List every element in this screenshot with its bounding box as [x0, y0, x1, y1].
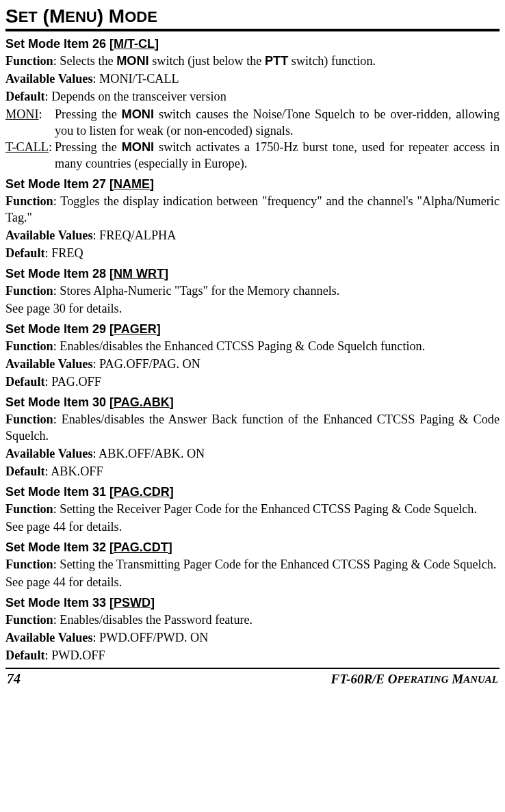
heading-code: NM WRT: [114, 267, 164, 280]
heading-text: ]: [168, 540, 172, 554]
label-function: Function: [5, 339, 53, 353]
see-page: See page 30 for details.: [5, 300, 500, 317]
text: : Enables/disables the Password feature.: [53, 613, 252, 627]
label-function: Function: [5, 502, 53, 516]
moni-row-text: Pressing the MONI switch causes the Nois…: [55, 106, 500, 139]
text: : Enables/disables the Enhanced CTCSS Pa…: [53, 339, 426, 353]
heading-text: Set Mode Item 31 [: [5, 485, 114, 499]
text: switch) function.: [288, 54, 376, 68]
heading-text: Set Mode Item 29 [: [5, 322, 114, 336]
heading-text: Set Mode Item 26 [: [5, 37, 114, 51]
text: : Depends on the transceiver version: [45, 90, 226, 103]
text: : Enables/disables the Answer Back funct…: [5, 412, 500, 443]
moni-switch: MONI: [122, 140, 155, 154]
title-part: ODE: [125, 8, 157, 25]
text: Pressing the: [55, 107, 122, 121]
manual-name: FT-60R/E OPERATING MANUAL: [331, 672, 498, 687]
label-available: Available Values: [5, 228, 93, 242]
title-part: (: [38, 5, 49, 27]
title-part: M: [109, 5, 125, 27]
moni-switch: MONI: [116, 54, 149, 68]
heading-text: Set Mode Item 30 [: [5, 395, 114, 409]
text: : FREQ: [45, 246, 83, 260]
section-body-32: Function: Setting the Transmitting Pager…: [5, 556, 500, 590]
section-heading-32: Set Mode Item 32 [PAG.CDT]: [5, 540, 500, 555]
document-page: SET (MENU) MODE Set Mode Item 26 [M/T-CL…: [0, 0, 505, 691]
section-body-29: Function: Enables/disables the Enhanced …: [5, 338, 500, 390]
label-default: Default: [5, 649, 45, 662]
text: : PWD.OFF: [45, 649, 105, 662]
label-available: Available Values: [5, 447, 93, 460]
label-function: Function: [5, 284, 53, 298]
text: Pressing the: [55, 140, 122, 154]
moni-switch: MONI: [122, 107, 155, 121]
tcall-row-text: Pressing the MONI switch activates a 175…: [55, 139, 500, 172]
heading-code: PAGER: [114, 322, 157, 336]
text: : Setting the Transmitting Pager Code fo…: [53, 558, 497, 571]
heading-text: ]: [157, 322, 161, 336]
page-title: SET (MENU) MODE: [5, 5, 500, 27]
text: : PAG.OFF: [45, 375, 101, 389]
title-part: ENU: [65, 8, 96, 25]
see-page: See page 44 for details.: [5, 574, 500, 590]
label-function: Function: [5, 54, 53, 68]
ptt-switch: PTT: [265, 54, 288, 68]
title-part: ET: [18, 8, 38, 25]
heading-code: PAG.ABK: [114, 395, 170, 409]
moni-row-label: MONI:: [5, 106, 55, 139]
heading-code: M/T-CL: [114, 37, 155, 51]
heading-text: Set Mode Item 27 [: [5, 177, 114, 191]
section-heading-26: Set Mode Item 26 [M/T-CL]: [5, 37, 500, 51]
text: : ABK.OFF: [45, 464, 103, 478]
section-heading-29: Set Mode Item 29 [PAGER]: [5, 322, 500, 337]
label-available: Available Values: [5, 631, 93, 644]
section-heading-27: Set Mode Item 27 [NAME]: [5, 177, 500, 192]
label-default: Default: [5, 375, 45, 389]
text: : Toggles the display indication between…: [5, 194, 500, 224]
colon: :: [39, 107, 42, 121]
label-function: Function: [5, 558, 53, 571]
tcall-label: T-CALL: [5, 140, 49, 154]
moni-label: MONI: [5, 107, 39, 121]
text: : PAG.OFF/PAG. ON: [93, 357, 200, 371]
heading-text: ]: [155, 37, 159, 51]
heading-text: ]: [150, 177, 154, 191]
label-function: Function: [5, 613, 53, 627]
manual-part: PERATING: [397, 674, 448, 685]
manual-part: ANUAL: [463, 674, 498, 685]
section-body-30: Function: Enables/disables the Answer Ba…: [5, 411, 500, 480]
heading-code: PAG.CDT: [114, 540, 168, 554]
title-rule: [5, 29, 500, 31]
label-default: Default: [5, 464, 45, 478]
see-page: See page 44 for details.: [5, 519, 500, 535]
title-part: M: [49, 5, 65, 27]
heading-code: NAME: [114, 177, 150, 191]
text: : PWD.OFF/PWD. ON: [93, 631, 209, 644]
section-heading-33: Set Mode Item 33 [PSWD]: [5, 596, 500, 610]
label-available: Available Values: [5, 357, 93, 371]
heading-code: PSWD: [114, 596, 151, 610]
section-heading-28: Set Mode Item 28 [NM WRT]: [5, 267, 500, 281]
tcall-row-label: T-CALL:: [5, 139, 55, 172]
section-body-27: Function: Toggles the display indication…: [5, 193, 500, 261]
section-body-31: Function: Setting the Receiver Pager Cod…: [5, 501, 500, 535]
heading-text: Set Mode Item 28 [: [5, 267, 114, 280]
heading-text: ]: [170, 485, 174, 499]
heading-text: ]: [164, 267, 168, 280]
text: : Selects the: [53, 54, 116, 68]
label-default: Default: [5, 90, 45, 103]
manual-part: M: [449, 672, 464, 686]
label-function: Function: [5, 412, 53, 426]
text: : ABK.OFF/ABK. ON: [93, 447, 205, 460]
label-available: Available Values: [5, 72, 93, 86]
label-default: Default: [5, 246, 45, 260]
colon: :: [49, 140, 52, 154]
text: : FREQ/ALPHA: [93, 228, 177, 242]
heading-code: PAG.CDR: [114, 485, 170, 499]
section-heading-31: Set Mode Item 31 [PAG.CDR]: [5, 485, 500, 499]
title-part: ): [97, 5, 109, 27]
page-footer: 74 FT-60R/E OPERATING MANUAL: [5, 668, 500, 691]
text: : Setting the Receiver Pager Code for th…: [53, 502, 477, 516]
page-number: 74: [7, 671, 21, 687]
section-body-26: Function: Selects the MONI switch (just …: [5, 53, 500, 172]
